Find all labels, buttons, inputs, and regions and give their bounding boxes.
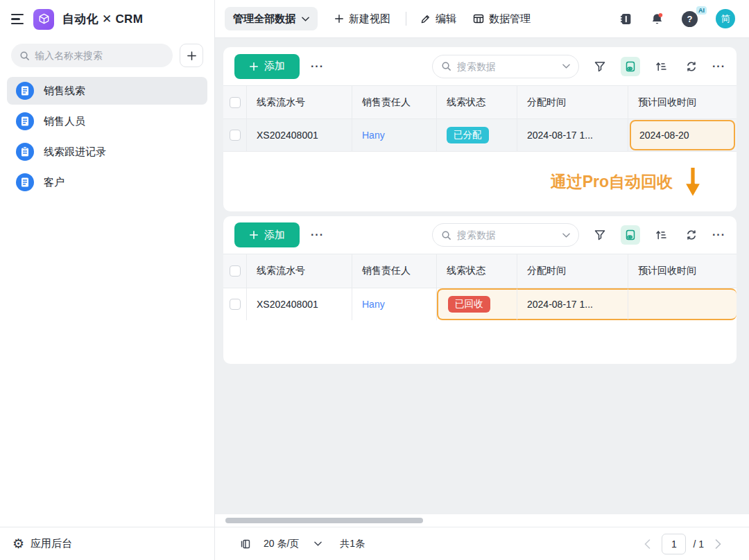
view-toggle-button[interactable] [621,57,640,76]
new-view-button[interactable]: 新建视图 [334,12,390,26]
sidebar-search-input[interactable] [35,50,164,61]
app-backend-label: 应用后台 [31,537,72,550]
filter-button[interactable] [590,57,610,76]
cell-recycle-time[interactable]: 2024-08-20 [628,119,737,151]
page-size-icon [240,539,251,550]
sidebar-nav: 销售线索 销售人员 线索跟进记录 客户 [0,77,214,199]
select-all-checkbox[interactable] [230,265,241,277]
highlighted-cell[interactable]: 2024-08-20 [630,120,735,150]
row-checkbox[interactable] [230,299,241,310]
content-area: 添加 ··· [215,38,749,514]
sidebar-item-label: 线索跟进记录 [44,146,106,159]
refresh-button[interactable] [682,225,701,245]
table-row[interactable]: XS202408001 Hany 已分配 2024-08-17 1... 202… [223,119,737,151]
add-table-button[interactable] [180,44,203,67]
cell-serial[interactable]: XS202408001 [247,288,352,320]
topbar: 管理全部数据 新建视图 编辑 数据管理 [215,0,749,38]
funnel-icon [594,61,605,72]
column-header[interactable]: 线索状态 [437,86,517,119]
menu-icon[interactable] [11,14,25,24]
cell-status[interactable]: 已分配 [437,119,517,151]
app-window: 自动化 ✕ CRM 销售线索 [0,0,749,560]
view-switcher[interactable]: 管理全部数据 [225,7,318,30]
column-header[interactable]: 销售责任人 [352,86,437,119]
cell-recycle-time[interactable] [628,288,737,320]
cell-owner-link[interactable]: Hany [352,119,437,151]
cell-assigned-time[interactable]: 2024-08-17 1... [517,119,628,151]
sidebar-item-sales-people[interactable]: 销售人员 [7,107,207,135]
plus-icon [249,62,259,71]
card-view-icon [625,61,636,72]
chevron-down-icon[interactable] [562,233,570,238]
sort-icon [655,61,666,72]
table-card-before: 添加 ··· [223,47,737,211]
view-toggle-button[interactable] [621,225,640,245]
data-manage-button[interactable]: 数据管理 [473,12,531,26]
sidebar-item-customers[interactable]: 客户 [7,168,207,196]
refresh-button[interactable] [682,57,701,76]
search-icon [19,51,30,61]
page-size-select[interactable]: 20 条/页 [264,538,322,550]
column-header[interactable]: 分配时间 [517,86,628,119]
card-view-icon [625,229,636,240]
gear-icon: ⚙ [12,537,24,550]
table-search-input[interactable] [457,229,557,240]
column-header[interactable]: 线索状态 [437,254,517,288]
annotation-area: 通过Pro自动回收 [223,151,737,212]
prev-page-button[interactable] [644,539,651,549]
table-toolbar: 添加 ··· [223,216,737,254]
table-search[interactable] [432,223,579,247]
annotation-text: 通过Pro自动回收 [551,171,673,193]
next-page-button[interactable] [715,539,721,549]
more-toolbar-button[interactable]: ··· [712,60,725,73]
cell-owner-link[interactable]: Hany [352,288,437,320]
search-icon [441,61,451,71]
table-row[interactable]: XS202408001 Hany 已回收 2024-08-17 1... [223,288,737,320]
sidebar-item-sales-leads[interactable]: 销售线索 [7,77,207,105]
sidebar-item-label: 销售线索 [44,85,85,98]
app-backend-button[interactable]: ⚙ 应用后台 [0,527,214,560]
sort-button[interactable] [651,57,671,76]
add-record-button[interactable]: 添加 [234,222,300,247]
total-count: 共1条 [340,538,365,550]
column-header[interactable]: 线索流水号 [247,254,352,288]
row-checkbox[interactable] [230,130,241,141]
add-record-button[interactable]: 添加 [234,54,300,79]
chevron-down-icon [314,541,322,546]
notification-bell-icon[interactable] [651,12,664,26]
avatar[interactable]: 简 [716,9,735,28]
column-header[interactable]: 预计回收时间 [628,86,737,119]
column-header[interactable]: 分配时间 [517,254,628,288]
clipboard-icon [16,143,34,161]
horizontal-scrollbar[interactable] [215,514,749,527]
cell-status[interactable]: 已回收 [437,288,517,320]
more-actions-button[interactable]: ··· [311,229,324,241]
more-toolbar-button[interactable]: ··· [712,229,725,241]
select-all-checkbox[interactable] [230,97,241,108]
app-logo-icon [33,9,54,30]
sidebar-header: 自动化 ✕ CRM [0,0,214,38]
page-input[interactable] [662,534,686,554]
notebook-panel-icon[interactable] [619,12,632,26]
edit-button[interactable]: 编辑 [420,12,456,26]
table-search-input[interactable] [457,61,557,72]
sort-button[interactable] [651,225,671,245]
column-header[interactable]: 线索流水号 [247,86,352,119]
sidebar-item-lead-followups[interactable]: 线索跟进记录 [7,138,207,166]
column-header[interactable]: 销售责任人 [352,254,437,288]
filter-button[interactable] [590,225,610,245]
help-icon[interactable]: ? AI [682,11,698,27]
chevron-down-icon[interactable] [562,64,570,69]
topbar-right: ? AI 简 [619,9,735,28]
sidebar-search[interactable] [11,44,173,67]
app-title: 自动化 ✕ CRM [62,11,143,27]
scrollbar-thumb[interactable] [225,518,423,523]
table-card-after: 添加 ··· [223,216,737,364]
cell-assigned-time[interactable]: 2024-08-17 1... [517,288,628,320]
cell-serial[interactable]: XS202408001 [247,119,352,151]
chevron-down-icon [302,17,309,21]
table-search[interactable] [432,55,579,78]
column-header[interactable]: 预计回收时间 [628,254,737,288]
page-size-label: 20 条/页 [264,538,299,550]
more-actions-button[interactable]: ··· [311,60,324,73]
